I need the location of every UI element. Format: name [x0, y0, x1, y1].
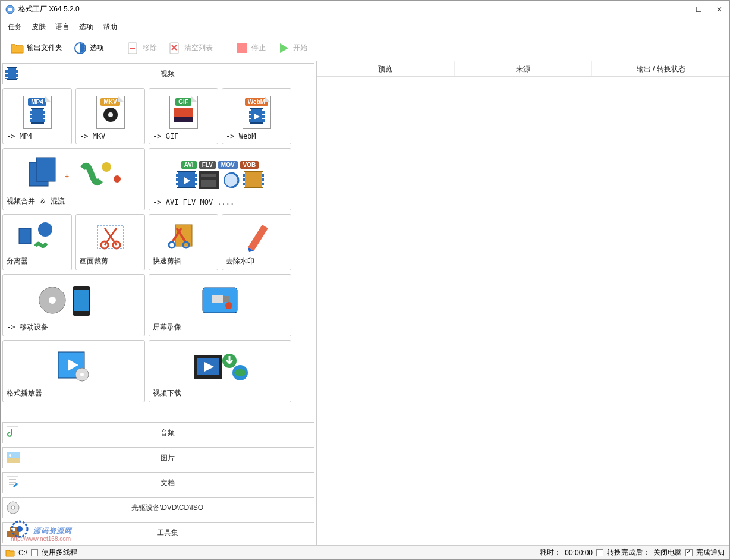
after-done-label: 转换完成后： — [607, 548, 650, 558]
right-pane: 预览 来源 输出 / 转换状态 — [317, 61, 729, 545]
category-document-label: 文档 — [21, 478, 314, 488]
dvd-icon — [7, 501, 21, 514]
minimize-button[interactable]: — — [674, 5, 681, 14]
menubar: 任务 皮肤 语言 选项 帮助 — [1, 18, 729, 35]
tile-merge[interactable]: + 视频合并 ＆ 混流 — [2, 148, 145, 210]
clear-list-button[interactable]: 清空列表 — [165, 40, 215, 56]
mp4-badge: MP4 — [28, 98, 46, 106]
stop-label: 停止 — [251, 43, 266, 53]
tile-download-label: 视频下载 — [153, 388, 287, 398]
category-tools[interactable]: 工具集 — [2, 522, 314, 543]
col-preview[interactable]: 预览 — [317, 61, 455, 76]
menu-task[interactable]: 任务 — [8, 22, 22, 32]
list-header: 预览 来源 输出 / 转换状态 — [317, 61, 729, 77]
svg-point-8 — [108, 112, 113, 117]
elapsed-value: 00:00:00 — [565, 549, 593, 557]
tools-icon — [7, 527, 21, 539]
category-tools-label: 工具集 — [21, 528, 314, 538]
svg-point-12 — [102, 162, 111, 172]
svg-rect-4 — [130, 48, 135, 49]
options-button[interactable]: 选项 — [71, 40, 106, 56]
svg-point-13 — [114, 175, 121, 183]
output-folder-button[interactable]: 输出文件夹 — [8, 40, 65, 56]
category-video-label: 视频 — [21, 69, 314, 79]
tile-crop-label: 画面裁剪 — [80, 256, 141, 266]
category-audio[interactable]: 音频 — [2, 422, 314, 443]
svg-rect-30 — [74, 290, 89, 311]
output-folder-label: 输出文件夹 — [27, 43, 62, 53]
tile-mobile[interactable]: -> 移动设备 — [2, 274, 145, 336]
gif-badge: GIF — [175, 98, 191, 106]
remove-button[interactable]: 移除 — [124, 40, 159, 56]
svg-rect-44 — [7, 458, 20, 463]
menu-options[interactable]: 选项 — [79, 22, 93, 32]
multithread-checkbox[interactable] — [31, 549, 38, 556]
col-status[interactable]: 输出 / 转换状态 — [592, 61, 729, 76]
tile-download[interactable]: 视频下载 — [149, 340, 291, 402]
after-done-value: 关闭电脑 — [653, 548, 682, 558]
tile-mkv[interactable]: MKV -> MKV — [75, 88, 145, 144]
mov-badge: MOV — [218, 161, 238, 169]
tile-mobile-label: -> 移动设备 — [7, 322, 141, 332]
tile-avi-label: -> AVI FLV MOV .... — [153, 198, 287, 206]
menu-skin[interactable]: 皮肤 — [32, 22, 46, 32]
tile-mp4[interactable]: MP4 -> MP4 — [2, 88, 72, 144]
category-audio-label: 音频 — [21, 428, 314, 438]
svg-point-37 — [80, 373, 84, 376]
elapsed-label: 耗时： — [540, 548, 561, 558]
status-drive[interactable]: C:\ — [18, 549, 27, 557]
tile-merge-label: 视频合并 ＆ 混流 — [7, 196, 141, 206]
tile-avi-flv-mov[interactable]: AVI FLV MOV VOB -> AVI FLV — [149, 148, 291, 210]
tile-crop[interactable]: 画面裁剪 — [75, 214, 145, 270]
statusbar: C:\ 使用多线程 耗时： 00:00:00 转换完成后： 关闭电脑 完成通知 — [1, 545, 729, 559]
category-dvd-label: 光驱设备\DVD\CD\ISO — [21, 503, 314, 513]
tile-dewatermark-label: 去除水印 — [226, 256, 287, 266]
tile-splitter[interactable]: 分离器 — [2, 214, 72, 270]
start-button[interactable]: 开始 — [274, 40, 310, 56]
svg-rect-18 — [19, 228, 31, 244]
svg-rect-10 — [36, 158, 55, 181]
tile-screen-record[interactable]: 屏幕录像 — [149, 274, 291, 336]
tile-dewatermark[interactable]: 去除水印 — [222, 214, 291, 270]
svg-point-45 — [9, 454, 11, 457]
tile-splitter-label: 分离器 — [7, 256, 68, 266]
col-source[interactable]: 来源 — [455, 61, 593, 76]
category-dvd[interactable]: 光驱设备\DVD\CD\ISO — [2, 497, 314, 518]
svg-point-28 — [49, 297, 56, 304]
app-icon — [5, 5, 15, 14]
menu-language[interactable]: 语言 — [55, 22, 70, 32]
menu-help[interactable]: 帮助 — [103, 22, 117, 32]
close-button[interactable]: ✕ — [716, 5, 722, 14]
folder-icon[interactable] — [5, 549, 15, 557]
category-image-label: 图片 — [21, 453, 314, 463]
category-video[interactable]: 视频 — [2, 63, 314, 84]
tile-quick-edit[interactable]: 快速剪辑 — [149, 214, 218, 270]
stop-button[interactable]: 停止 — [232, 40, 268, 56]
tile-webm[interactable]: WebM -> WebM — [222, 88, 291, 144]
notify-label: 完成通知 — [696, 548, 725, 558]
tile-player[interactable]: 格式播放器 — [2, 340, 145, 402]
svg-rect-53 — [10, 528, 16, 531]
video-tiles[interactable]: MP4 -> MP4 MKV -> MKV GIF -> GIF WebM ->… — [1, 86, 316, 420]
notify-checkbox[interactable] — [685, 549, 693, 556]
svg-rect-33 — [223, 296, 229, 302]
audio-icon — [7, 426, 21, 439]
svg-rect-52 — [7, 531, 19, 537]
flv-badge: FLV — [199, 161, 216, 169]
svg-rect-16 — [201, 180, 216, 187]
category-document[interactable]: 文档 — [2, 472, 314, 493]
svg-text:+: + — [65, 172, 69, 181]
titlebar: 格式工厂 X64 5.2.0 — ☐ ✕ — [1, 1, 729, 18]
left-pane: 视频 MP4 -> MP4 MKV -> MKV GIF -> GIF — [1, 61, 317, 545]
after-done-checkbox[interactable] — [596, 549, 603, 556]
separator — [224, 40, 224, 56]
remove-label: 移除 — [143, 43, 157, 53]
tile-gif[interactable]: GIF -> GIF — [149, 88, 218, 144]
maximize-button[interactable]: ☐ — [696, 5, 702, 14]
tile-gif-label: -> GIF — [153, 132, 214, 140]
svg-rect-32 — [212, 295, 223, 303]
category-image[interactable]: 图片 — [2, 447, 314, 468]
image-icon — [7, 452, 21, 463]
avi-badge: AVI — [181, 161, 197, 169]
separator — [115, 40, 115, 56]
